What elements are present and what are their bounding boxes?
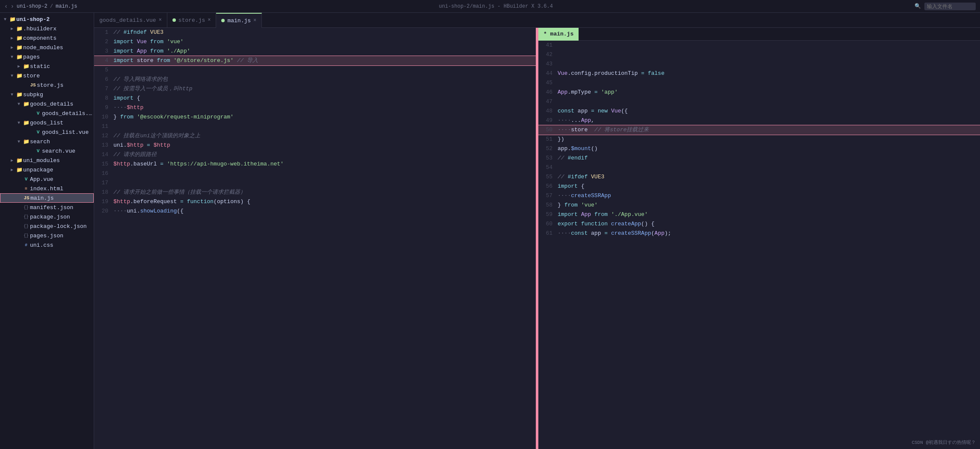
code-line-11: 11 <box>94 122 536 131</box>
main-layout: ▼ 📁 uni-shop-2 ▶ 📁 .hbuilderx ▶ 📁 compon… <box>0 13 980 449</box>
right-line-code-61: ····const app = createSSRApp(App); <box>558 229 980 238</box>
goods-details-icon: 📁 <box>22 101 30 107</box>
right-line-code-51: }) <box>558 135 980 144</box>
tab-main-js-close[interactable]: × <box>253 18 256 24</box>
manifest-icon: {} <box>22 205 30 210</box>
sidebar-item-subpkg[interactable]: ▼ 📁 subpkg <box>0 90 94 99</box>
right-line-num-48: 48 <box>538 106 558 116</box>
code-line-8: 8 import { <box>94 94 536 103</box>
right-line-code-53: // #endif <box>558 154 980 163</box>
sidebar-item-store-js[interactable]: JS store.js <box>0 80 94 90</box>
code-line-14: 14 // 请求的跟路径 <box>94 150 536 160</box>
right-line-num-52: 52 <box>538 144 558 154</box>
right-code-line-47: 47 <box>538 97 980 106</box>
sidebar-item-unpackage[interactable]: ▶ 📁 unpackage <box>0 165 94 174</box>
right-code-line-54: 54 <box>538 163 980 172</box>
titlebar-center: uni-shop-2/main.js - HBuilder X 3.6.4 <box>80 3 911 9</box>
sidebar-item-goods-list[interactable]: ▼ 📁 goods_list <box>0 118 94 127</box>
sidebar-item-goods-details-vue[interactable]: V goods_details.vue <box>0 109 94 118</box>
app-vue-label: App.vue <box>30 176 94 183</box>
right-line-code-42 <box>558 50 980 59</box>
line-num-7: 7 <box>94 84 113 94</box>
right-line-code-54 <box>558 163 980 172</box>
tab-bar: goods_details.vue × store.js × main.js × <box>94 13 980 28</box>
sidebar-root[interactable]: ▼ 📁 uni-shop-2 <box>0 15 94 24</box>
sidebar-item-goods-details[interactable]: ▼ 📁 goods_details <box>0 99 94 109</box>
line-num-4: 4 <box>94 56 113 65</box>
goods-details-vue-label: goods_details.vue <box>42 110 94 117</box>
tab-store-js[interactable]: store.js × <box>167 13 217 28</box>
sidebar-item-node-modules[interactable]: ▶ 📁 node_modules <box>0 43 94 52</box>
sidebar-item-index-html[interactable]: ≡ index.html <box>0 184 94 193</box>
search-arrow: ▼ <box>15 139 22 144</box>
tab-goods-details[interactable]: goods_details.vue × <box>94 13 167 28</box>
line-num-9: 9 <box>94 103 113 112</box>
right-line-num-50: 50 <box>538 125 558 135</box>
static-icon: 📁 <box>22 63 30 70</box>
sidebar-item-uni-modules[interactable]: ▶ 📁 uni_modules <box>0 156 94 165</box>
sidebar-item-app-vue[interactable]: V App.vue <box>0 174 94 184</box>
right-line-num-44: 44 <box>538 69 558 78</box>
forward-btn[interactable]: › <box>10 3 14 10</box>
sidebar-item-static[interactable]: ▶ 📁 static <box>0 62 94 71</box>
line-num-17: 17 <box>94 178 113 188</box>
pages-arrow: ▼ <box>9 55 15 59</box>
right-line-code-58: } from 'vue' <box>558 201 980 210</box>
right-line-code-44: Vue.config.productionTip = false <box>558 69 980 78</box>
titlebar-sep: / <box>50 3 53 9</box>
line-num-6: 6 <box>94 75 113 84</box>
sidebar-item-uni-css[interactable]: # uni.css <box>0 240 94 250</box>
right-code-line-46: 46 App.mpType = 'app' <box>538 88 980 97</box>
line-code-18: // 请求开始之前做一些事情（挂载一个请求拦截器） <box>113 188 536 197</box>
right-line-code-45 <box>558 78 980 88</box>
sidebar-item-pages-json[interactable]: {} pages.json <box>0 231 94 240</box>
goods-list-vue-label: goods_list.vue <box>42 129 94 136</box>
right-tab-main-js[interactable]: * main.js <box>538 28 579 41</box>
line-num-11: 11 <box>94 122 113 131</box>
right-code-line-59: 59 import App from './App.vue' <box>538 210 980 219</box>
index-html-icon: ≡ <box>22 186 30 191</box>
goods-details-vue-icon: V <box>34 111 42 116</box>
sidebar-item-goods-list-vue[interactable]: V goods_list.vue <box>0 127 94 137</box>
left-editor-pane: 1 // #ifndef VUE3 2 import Vue from 'vue… <box>94 28 536 449</box>
sidebar-item-search-vue[interactable]: V search.vue <box>0 146 94 156</box>
hbuilderx-arrow: ▶ <box>9 26 15 31</box>
goods-list-icon: 📁 <box>22 120 30 126</box>
line-code-16 <box>113 169 536 178</box>
uni-modules-label: uni_modules <box>23 157 94 164</box>
sidebar-item-pages[interactable]: ▼ 📁 pages <box>0 52 94 62</box>
package-label: package.json <box>30 214 94 220</box>
sidebar-item-main-js[interactable]: JS main.js <box>0 193 94 203</box>
line-code-2: import Vue from 'vue' <box>113 37 536 47</box>
right-line-code-59: import App from './App.vue' <box>558 210 980 219</box>
node-modules-label: node_modules <box>23 44 94 51</box>
right-code-area[interactable]: 41 42 43 44 <box>538 41 980 449</box>
search-vue-icon: V <box>34 148 42 154</box>
line-num-2: 2 <box>94 37 113 47</box>
line-num-1: 1 <box>94 28 113 37</box>
tab-goods-details-close[interactable]: × <box>159 17 162 23</box>
sidebar-item-components[interactable]: ▶ 📁 components <box>0 33 94 43</box>
right-line-num-57: 57 <box>538 191 558 201</box>
back-btn[interactable]: ‹ <box>4 3 8 10</box>
app-vue-icon: V <box>22 177 30 182</box>
sidebar-item-hbuilderx[interactable]: ▶ 📁 .hbuilderx <box>0 24 94 33</box>
search-folder-label: search <box>30 139 94 145</box>
tab-store-js-close[interactable]: × <box>208 17 211 23</box>
search-folder-icon: 📁 <box>22 139 30 145</box>
root-folder-icon: 📁 <box>9 16 16 23</box>
node-modules-arrow: ▶ <box>9 45 15 50</box>
line-num-15: 15 <box>94 160 113 169</box>
unpackage-icon: 📁 <box>15 167 23 173</box>
sidebar-item-package-lock-json[interactable]: {} package-lock.json <box>0 222 94 231</box>
sidebar-item-store[interactable]: ▼ 📁 store <box>0 71 94 80</box>
sidebar-item-manifest-json[interactable]: {} manifest.json <box>0 203 94 212</box>
right-code-line-60: 60 export function createApp() { <box>538 219 980 229</box>
tab-main-js[interactable]: main.js × <box>216 13 262 28</box>
sidebar-item-search[interactable]: ▼ 📁 search <box>0 137 94 146</box>
left-code-area[interactable]: 1 // #ifndef VUE3 2 import Vue from 'vue… <box>94 28 536 449</box>
line-code-10: } from '@escook/request-miniprogram' <box>113 112 536 122</box>
sidebar-item-package-json[interactable]: {} package.json <box>0 212 94 222</box>
right-line-num-59: 59 <box>538 210 558 219</box>
file-search-input[interactable] <box>924 3 976 10</box>
